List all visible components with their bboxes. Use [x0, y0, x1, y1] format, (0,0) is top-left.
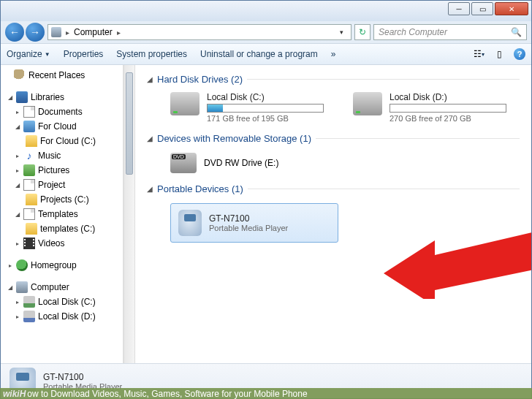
cloud-icon — [23, 121, 35, 132]
scrollbar-thumb[interactable] — [126, 72, 133, 175]
back-button[interactable]: ← — [5, 23, 24, 42]
forward-button[interactable]: → — [26, 23, 45, 42]
homegroup-icon — [16, 259, 28, 271]
sidebar-item-pictures[interactable]: ▸Pictures — [1, 163, 123, 178]
collapse-icon[interactable]: ◢ — [7, 94, 13, 101]
sidebar-item-local-c[interactable]: ▸Local Disk (C:) — [1, 294, 123, 309]
wikihow-caption: wikiHow to Download Videos, Music, Games… — [0, 388, 532, 399]
system-properties-button[interactable]: System properties — [116, 49, 187, 59]
explorer-body: Recent Places ◢Libraries ▸Documents ◢For… — [1, 65, 531, 363]
uninstall-button[interactable]: Uninstall or change a program — [200, 49, 318, 59]
folder-icon — [26, 194, 37, 205]
sidebar-item-projects-c[interactable]: Projects (C:) — [1, 192, 123, 207]
collapse-icon[interactable]: ◢ — [147, 134, 153, 142]
documents-icon — [23, 106, 35, 118]
videos-icon — [23, 238, 35, 249]
toolbar: Organize▼ Properties System properties U… — [1, 43, 531, 65]
search-icon: 🔍 — [511, 27, 522, 37]
portable-device-gt-n7100[interactable]: GT-N7100 Portable Media Player — [170, 203, 338, 243]
section-hard-disk-drives[interactable]: ◢ Hard Disk Drives (2) — [147, 74, 520, 85]
refresh-button[interactable]: ↻ — [354, 24, 370, 40]
chevron-down-icon: ▼ — [45, 51, 50, 58]
drive-local-c[interactable]: Local Disk (C:) 171 GB free of 195 GB — [170, 92, 324, 123]
address-row: ← → ▸ Computer ▸ ▾ ↻ Search Computer 🔍 — [1, 21, 531, 43]
close-button[interactable]: ✕ — [495, 2, 528, 15]
portable-media-player-icon — [178, 210, 202, 236]
sidebar-item-project[interactable]: ◢Project — [1, 178, 123, 192]
address-bar[interactable]: ▸ Computer ▸ ▾ — [48, 24, 352, 40]
help-icon[interactable]: ? — [514, 48, 525, 60]
sidebar-item-videos[interactable]: ▸Videos — [1, 236, 123, 251]
preview-pane-icon[interactable]: ▯ — [493, 48, 505, 60]
hard-drive-icon — [170, 92, 200, 115]
sidebar-item-computer[interactable]: ◢Computer — [1, 280, 123, 294]
address-dropdown-icon[interactable]: ▾ — [335, 28, 348, 36]
organize-menu[interactable]: Organize▼ — [7, 49, 50, 59]
view-options-icon[interactable]: ☷▾ — [473, 48, 484, 60]
project-icon — [23, 179, 35, 191]
computer-icon — [16, 281, 28, 293]
templates-icon — [23, 208, 35, 220]
sidebar-item-templates[interactable]: ◢Templates — [1, 207, 123, 221]
minimize-button[interactable]: ─ — [448, 2, 470, 15]
sidebar-item-libraries[interactable]: ◢Libraries — [1, 90, 123, 104]
nav-arrows: ← → — [5, 23, 45, 42]
sidebar-scrollbar[interactable] — [123, 65, 135, 363]
sidebar-item-documents[interactable]: ▸Documents — [1, 104, 123, 119]
sidebar-item-local-d[interactable]: ▸Local Disk (D:) — [1, 309, 123, 324]
breadcrumb-location[interactable]: Computer — [74, 27, 113, 37]
sidebar-item-templates-c[interactable]: templates (C:) — [1, 221, 123, 236]
collapse-icon[interactable]: ◢ — [147, 75, 153, 83]
drive-icon — [23, 296, 35, 308]
libraries-icon — [16, 91, 28, 103]
folder-icon — [26, 135, 37, 147]
folder-icon — [26, 223, 37, 235]
navigation-pane: Recent Places ◢Libraries ▸Documents ◢For… — [1, 65, 123, 363]
search-input[interactable]: Search Computer 🔍 — [373, 24, 527, 40]
section-portable-devices[interactable]: ◢ Portable Devices (1) — [147, 183, 520, 194]
titlebar: ─ ▭ ✕ — [1, 1, 531, 21]
drive-icon — [23, 311, 35, 322]
sidebar-item-music[interactable]: ▸♪Music — [1, 148, 123, 163]
explorer-window: ─ ▭ ✕ ← → ▸ Computer ▸ ▾ ↻ Search Comput… — [0, 0, 532, 399]
section-removable-storage[interactable]: ◢ Devices with Removable Storage (1) — [147, 133, 520, 144]
maximize-button[interactable]: ▭ — [471, 2, 493, 15]
drive-usage-bar — [207, 104, 324, 113]
drive-usage-bar — [390, 104, 506, 113]
toolbar-more[interactable]: » — [331, 49, 336, 59]
dvd-drive-icon: DVD — [170, 153, 197, 173]
breadcrumb-chevron-icon[interactable]: ▸ — [66, 28, 69, 37]
drive-local-d[interactable]: Local Disk (D:) 270 GB free of 270 GB — [353, 92, 506, 123]
content-pane: ◢ Hard Disk Drives (2) Local Disk (C:) 1… — [135, 65, 531, 363]
search-placeholder: Search Computer — [379, 27, 447, 37]
recent-places-icon — [14, 69, 26, 81]
music-icon: ♪ — [23, 150, 35, 162]
collapse-icon[interactable]: ◢ — [147, 185, 153, 193]
properties-button[interactable]: Properties — [64, 49, 104, 59]
breadcrumb-chevron-icon[interactable]: ▸ — [117, 28, 121, 37]
sidebar-item-forcloud[interactable]: ◢For Cloud — [1, 119, 123, 134]
pictures-icon — [23, 164, 35, 176]
sidebar-item-recent[interactable]: Recent Places — [1, 68, 123, 83]
computer-icon — [51, 27, 61, 37]
sidebar-item-forcloud-c[interactable]: For Cloud (C:) — [1, 134, 123, 148]
sidebar-item-homegroup[interactable]: ▸Homegroup — [1, 258, 123, 273]
drive-dvd[interactable]: DVD DVD RW Drive (E:) — [170, 153, 278, 173]
hard-drive-icon — [353, 92, 382, 115]
